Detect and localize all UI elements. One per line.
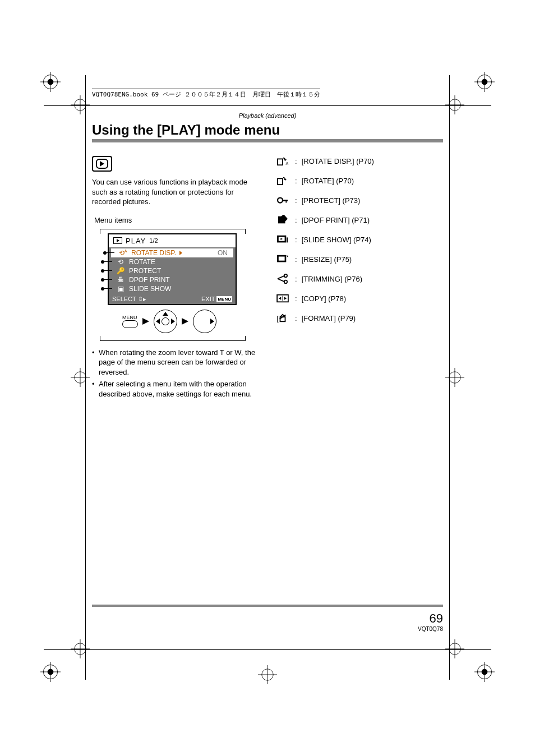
svg-text:[: [ [276,315,279,322]
print-mark-icon [474,662,495,682]
registration-mark-icon [71,639,90,658]
crop-guide-bottom [44,649,491,650]
menu-items-label: Menu items [94,216,260,224]
book-header-text: VQT0Q78ENG.book 69 ページ ２００５年２月１４日 月曜日 午後… [92,89,320,99]
ref-label: [TRIMMING] (P76) [302,275,362,283]
registration-mark-icon [258,665,277,684]
svg-rect-44 [285,200,287,202]
slideshow-icon [275,234,290,245]
ref-protect: :[PROTECT] (P73) [275,195,443,205]
menu-row-value: ON [218,249,228,257]
menu-row-rotate: ⟲ ROTATE [109,257,236,266]
menu-diagram: PLAY 1/2 ⟲A ROTATE DISP. ON [100,229,245,338]
copy-icon [275,293,290,303]
menu-title-row: PLAY 1/2 [109,234,236,247]
menu-row-dpof: 🖶 DPOF PRINT [109,275,236,284]
crop-guide-top [44,105,491,106]
svg-marker-55 [279,297,282,299]
bullet-text: After selecting a menu item with the ope… [92,379,260,399]
ref-rotate: :[ROTATE] (P70) [275,176,443,186]
menu-page-fraction: 1/2 [149,237,158,244]
svg-point-42 [278,198,283,203]
ref-label: [RESIZE] (P75) [302,255,352,264]
registration-mark-icon [445,639,464,658]
ref-trimming: :[TRIMMING] (P76) [275,274,443,284]
ref-label: [FORMAT] (P79) [302,314,356,322]
nav-controls-diagram: MENU [122,310,245,333]
menu-simulation: PLAY 1/2 ⟲A ROTATE DISP. ON [108,233,237,305]
menu-row-label: DPOF PRINT [129,276,170,284]
ref-label: [DPOF PRINT] (P71) [302,216,370,224]
svg-rect-40 [278,178,283,185]
dpad-icon [193,310,216,333]
ref-format: [ :[FORMAT] (P79) [275,313,443,323]
svg-rect-51 [279,257,285,261]
arrow-right-icon [182,318,188,325]
menu-box-icon: MENU [216,296,232,302]
slideshow-icon: ▣ [116,285,126,293]
page-footer: 69 VQT0Q78 [418,611,443,632]
registration-mark-icon [71,95,90,114]
menu-row-protect: 🔑 PROTECT [109,266,236,275]
ref-label: [ROTATE] (P70) [302,177,354,185]
arrow-right-icon [142,318,149,325]
registration-mark-icon [445,368,464,387]
section-header: Playback (advanced) [92,112,443,119]
svg-point-52 [284,274,287,277]
chevron-right-icon [179,251,182,255]
menu-row-label: ROTATE DISP. [131,249,176,257]
dpof-icon [275,215,290,225]
menu-row-label: PROTECT [129,267,161,275]
page-number: 69 [418,611,443,626]
intro-text: You can use various functions in playbac… [92,177,260,207]
ref-rotate-disp: A :[ROTATE DISP.] (P70) [275,156,443,166]
ref-slideshow: :[SLIDE SHOW] (P74) [275,234,443,245]
page-content: Playback (advanced) Using the [PLAY] mod… [92,112,443,401]
ref-label: [PROTECT] (P73) [302,196,361,205]
format-icon: [ [275,313,290,323]
rotate-disp-icon: ⟲A [118,249,128,257]
menu-row-label: SLIDE SHOW [129,285,171,293]
print-mark-icon [40,72,61,92]
svg-rect-37 [278,159,283,165]
select-label: SELECT ⇕▸ [112,296,146,303]
dpof-icon: 🖶 [116,276,126,284]
protect-icon [275,195,290,205]
svg-marker-41 [284,179,287,181]
svg-text:A: A [285,161,288,166]
print-mark-icon [474,72,495,92]
play-mode-icon [92,156,112,172]
ref-copy: :[COPY] (P78) [275,293,443,303]
registration-mark-icon [71,368,90,387]
ref-resize: :[RESIZE] (P75) [275,254,443,264]
doc-code: VQT0Q78 [418,626,443,632]
menu-row-rotate-disp: ⟲A ROTATE DISP. ON [111,248,233,257]
protect-icon: 🔑 [116,267,126,275]
svg-rect-49 [287,237,288,242]
ref-label: [ROTATE DISP.] (P70) [302,157,374,165]
rotate-disp-icon: A [275,156,290,166]
exit-label: EXIT MENU [201,296,232,302]
rotate-icon: ⟲ [116,258,126,266]
play-icon [113,237,122,244]
ref-label: [SLIDE SHOW] (P74) [302,236,371,244]
svg-marker-56 [284,297,287,299]
svg-rect-43 [282,200,288,201]
menu-row-label: ROTATE [129,258,155,266]
svg-point-53 [284,280,287,283]
rotate-icon [275,176,290,186]
footer-rule [92,605,443,607]
ref-dpof: :[DPOF PRINT] (P71) [275,215,443,225]
dpad-icon [154,310,177,333]
registration-mark-icon [445,95,464,114]
reference-list: A :[ROTATE DISP.] (P70) :[ROTATE] (P70) … [275,156,443,323]
bullet-text: When rotating the zoom lever toward T or… [92,348,260,377]
page-title: Using the [PLAY] mode menu [92,122,443,142]
menu-button-label: MENU [122,315,138,320]
ref-label: [COPY] (P78) [302,294,346,303]
trimming-icon [275,274,290,284]
resize-icon [275,254,290,264]
menu-sim-title: PLAY [126,237,146,245]
menu-row-slideshow: ▣ SLIDE SHOW [109,284,236,293]
menu-button-icon [122,320,138,328]
